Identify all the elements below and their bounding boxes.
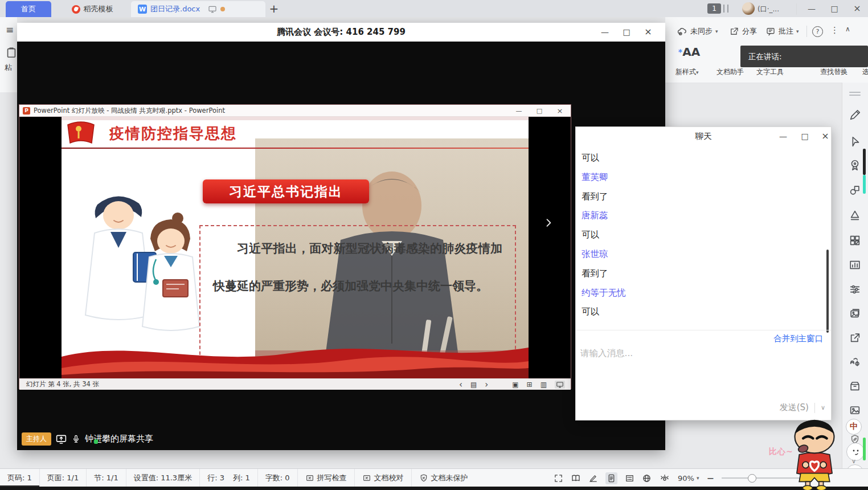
slide-counter: 幻灯片 第 4 张, 共 34 张 [26, 380, 99, 389]
web-layout-icon[interactable] [642, 473, 652, 483]
comment-button[interactable]: 批注 ▾ [765, 25, 799, 38]
wps-statusbar: 页码: 1 页面: 1/1 节: 1/1 设置值: 11.3厘米 行: 3 列:… [0, 468, 868, 487]
meeting-titlebar: 腾讯会议 会议号: 416 245 799 — □ × [17, 23, 665, 42]
chat-input[interactable] [579, 346, 775, 361]
bottom-edge [0, 487, 868, 490]
chat-header: 聊天 — □ × [576, 127, 831, 145]
chat-close-button[interactable]: × [815, 127, 836, 145]
read-mode-icon[interactable] [571, 473, 581, 483]
print-layout-button[interactable] [605, 472, 617, 484]
cursor-tool-icon[interactable] [849, 136, 861, 148]
chat-maximize-button[interactable]: □ [795, 127, 815, 145]
view-normal-button[interactable]: ▣ [512, 381, 518, 389]
more-button[interactable]: ⋮ [830, 25, 839, 35]
chat-sender-name[interactable]: 张世琼 [582, 245, 821, 264]
chat-window: 聊天 — □ × 可以 董芙卿 看到了 唐新蕊 可以 张世琼 看到了 约等于无忧… [575, 126, 832, 420]
docer-icon [72, 5, 80, 14]
meeting-minimize-button[interactable]: — [595, 23, 615, 41]
chat-message: 可以 [582, 303, 821, 322]
new-style-button[interactable]: *AA [678, 43, 701, 60]
outline-view-icon[interactable] [625, 473, 634, 483]
zoom-out-button[interactable]: − [706, 473, 714, 484]
comment-label: 批注 [779, 26, 793, 36]
slide-header-rule [62, 148, 529, 149]
chart-icon[interactable] [849, 259, 861, 271]
expand-panel-chevron-icon[interactable] [543, 214, 554, 231]
statusbar-page-no[interactable]: 页码: 1 [0, 469, 40, 487]
pen-tool-icon[interactable] [849, 109, 861, 121]
window-list-icon[interactable] [723, 5, 728, 13]
help-button[interactable]: ? [812, 26, 823, 37]
window-count-badge[interactable]: 1 [707, 3, 721, 14]
sidebar-scrollbar-dark[interactable] [863, 149, 866, 175]
stamp-icon[interactable] [849, 209, 861, 222]
app-close-button[interactable]: × [847, 0, 867, 17]
chat-sender-name[interactable]: 约等于无忧 [582, 284, 821, 303]
shapes-icon[interactable] [849, 184, 861, 197]
send-options-chevron-icon[interactable]: ∨ [821, 404, 825, 411]
ppt-maximize-button[interactable]: □ [531, 105, 548, 117]
apps-grid-icon[interactable] [849, 234, 861, 247]
text-tool-label[interactable]: 文字工具 [756, 67, 784, 77]
sidebar-green-slider[interactable] [863, 438, 866, 460]
user-avatar[interactable] [742, 2, 755, 15]
view-sorter-button[interactable]: ⊞ [527, 381, 533, 389]
find-replace-label[interactable]: 查找替换 [820, 67, 847, 77]
divider [796, 3, 797, 15]
sync-button[interactable]: 未同步 ▾ [677, 25, 718, 38]
chat-sender-name[interactable]: 唐新蕊 [582, 206, 821, 226]
statusbar-section[interactable]: 节: 1/1 [87, 469, 126, 487]
meeting-maximize-button[interactable]: □ [616, 23, 637, 41]
sidebar-scrollbar-teal[interactable] [863, 175, 866, 194]
zoom-slider-knob[interactable] [748, 474, 756, 483]
settings-sliders-icon[interactable] [849, 283, 861, 296]
share-icon [729, 26, 739, 36]
collapse-ribbon-button[interactable]: ∧ [845, 25, 850, 33]
meeting-close-button[interactable]: × [638, 23, 658, 41]
sidebar-handle-icon[interactable] [849, 95, 861, 96]
member-badge-icon[interactable] [849, 159, 861, 172]
ppt-close-button[interactable]: × [551, 105, 568, 117]
view-reading-button[interactable]: ▥ [541, 381, 547, 389]
slideshow-stage: 疫情防控指导思想 [19, 117, 571, 378]
eye-protection-icon[interactable] [659, 473, 670, 483]
statusbar-setting[interactable]: 设置值: 11.3厘米 [126, 469, 200, 487]
statusbar-words[interactable]: 字数: 0 [258, 469, 298, 487]
fullscreen-icon[interactable] [554, 473, 563, 483]
paste-clipboard-icon[interactable] [5, 46, 18, 59]
screen: 首页 稻壳模板 W 团日记录.docx + 1 (口·_... — □ × ≡ … [0, 0, 868, 490]
chat-sender-name[interactable]: 董芙卿 [582, 168, 821, 187]
app-restore-button[interactable]: □ [825, 0, 844, 17]
zoom-level-control[interactable]: 90% ▾ [678, 474, 699, 483]
slide-menu-button[interactable]: ▤ [470, 381, 477, 389]
spellcheck-button[interactable]: 拼写检查 [298, 469, 355, 487]
tab-docer[interactable]: 稻壳模板 [55, 1, 130, 17]
next-slide-button[interactable]: › [485, 379, 488, 390]
chat-scrollbar-thumb[interactable] [826, 250, 829, 333]
powerpoint-icon: P [23, 107, 30, 115]
tab-document[interactable]: W 团日记录.docx [131, 1, 265, 17]
tab-home[interactable]: 首页 [6, 1, 51, 17]
menu-icon[interactable]: ≡ [6, 24, 14, 35]
tab-bar: 首页 稻壳模板 W 团日记录.docx + 1 (口·_... — □ × [0, 0, 868, 17]
translate-icon[interactable] [849, 356, 861, 368]
ribbon-left-strip: ≡ 粘 [0, 17, 17, 92]
write-mode-icon[interactable] [588, 473, 598, 483]
view-slideshow-button[interactable] [555, 381, 565, 389]
prev-slide-button[interactable]: ‹ [459, 379, 462, 390]
new-style-label: 新样式▾ [675, 67, 699, 77]
select-label-clipped[interactable]: 选 [862, 67, 868, 77]
ppt-minimize-button[interactable]: — [510, 105, 527, 117]
new-tab-button[interactable]: + [265, 1, 282, 17]
protection-status[interactable]: 文档未保护 [412, 469, 476, 487]
proofread-button[interactable]: 文档校对 [355, 469, 412, 487]
image-library-icon[interactable] [849, 307, 861, 320]
chat-minimize-button[interactable]: — [773, 127, 793, 145]
export-share-icon[interactable] [849, 332, 861, 344]
merge-to-main-link[interactable]: 合并到主窗口 [773, 333, 823, 344]
statusbar-page[interactable]: 页面: 1/1 [40, 469, 87, 487]
archive-box-icon[interactable] [849, 379, 861, 392]
share-button[interactable]: 分享 [729, 25, 757, 38]
app-minimize-button[interactable]: — [802, 0, 821, 17]
sidebar-handle-icon[interactable] [849, 92, 861, 93]
